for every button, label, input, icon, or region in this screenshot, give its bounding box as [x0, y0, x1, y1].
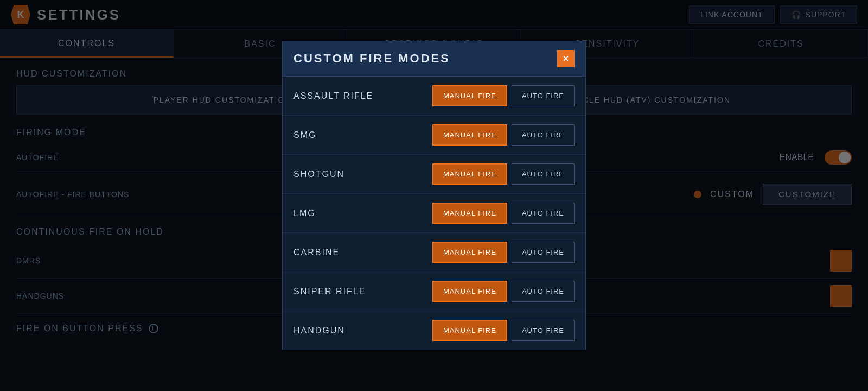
- modal-title: CUSTOM FIRE MODES: [293, 52, 450, 66]
- modal-overlay[interactable]: CUSTOM FIRE MODES × ASSAULT RIFLE MANUAL…: [0, 0, 868, 391]
- weapon-row-carbine: CARBINE MANUAL FIRE AUTO FIRE: [283, 233, 585, 272]
- manual-fire-btn-sniper-rifle[interactable]: MANUAL FIRE: [432, 281, 507, 302]
- weapon-row-shotgun: SHOTGUN MANUAL FIRE AUTO FIRE: [283, 155, 585, 194]
- fire-buttons-carbine: MANUAL FIRE AUTO FIRE: [432, 242, 575, 263]
- weapon-row-lmg: LMG MANUAL FIRE AUTO FIRE: [283, 194, 585, 233]
- custom-fire-modes-modal: CUSTOM FIRE MODES × ASSAULT RIFLE MANUAL…: [282, 41, 586, 350]
- auto-fire-btn-smg[interactable]: AUTO FIRE: [512, 124, 575, 146]
- auto-fire-btn-handgun[interactable]: AUTO FIRE: [512, 320, 575, 341]
- weapon-name-carbine: CARBINE: [293, 248, 432, 257]
- manual-fire-btn-carbine[interactable]: MANUAL FIRE: [432, 242, 507, 263]
- weapon-name-smg: SMG: [293, 130, 432, 140]
- fire-buttons-assault-rifle: MANUAL FIRE AUTO FIRE: [432, 85, 575, 106]
- manual-fire-btn-handgun[interactable]: MANUAL FIRE: [432, 320, 507, 341]
- manual-fire-btn-shotgun[interactable]: MANUAL FIRE: [432, 163, 507, 185]
- modal-header: CUSTOM FIRE MODES ×: [283, 41, 585, 77]
- fire-buttons-sniper-rifle: MANUAL FIRE AUTO FIRE: [432, 281, 575, 302]
- fire-buttons-shotgun: MANUAL FIRE AUTO FIRE: [432, 163, 575, 185]
- weapon-name-sniper-rifle: SNIPER RIFLE: [293, 287, 432, 297]
- auto-fire-btn-lmg[interactable]: AUTO FIRE: [512, 203, 575, 224]
- fire-buttons-smg: MANUAL FIRE AUTO FIRE: [432, 124, 575, 146]
- weapon-name-lmg: LMG: [293, 209, 432, 218]
- weapon-name-assault-rifle: ASSAULT RIFLE: [293, 91, 432, 101]
- manual-fire-btn-assault-rifle[interactable]: MANUAL FIRE: [432, 85, 507, 106]
- fire-buttons-lmg: MANUAL FIRE AUTO FIRE: [432, 203, 575, 224]
- weapon-name-shotgun: SHOTGUN: [293, 169, 432, 179]
- weapon-row-handgun: HANDGUN MANUAL FIRE AUTO FIRE: [283, 311, 585, 350]
- weapon-row-sniper-rifle: SNIPER RIFLE MANUAL FIRE AUTO FIRE: [283, 272, 585, 311]
- weapon-name-handgun: HANDGUN: [293, 326, 432, 336]
- auto-fire-btn-shotgun[interactable]: AUTO FIRE: [512, 163, 575, 185]
- auto-fire-btn-assault-rifle[interactable]: AUTO FIRE: [512, 85, 575, 106]
- weapon-row-smg: SMG MANUAL FIRE AUTO FIRE: [283, 116, 585, 155]
- modal-close-button[interactable]: ×: [557, 50, 575, 67]
- weapon-row-assault-rifle: ASSAULT RIFLE MANUAL FIRE AUTO FIRE: [283, 77, 585, 116]
- manual-fire-btn-smg[interactable]: MANUAL FIRE: [432, 124, 507, 146]
- auto-fire-btn-sniper-rifle[interactable]: AUTO FIRE: [512, 281, 575, 302]
- manual-fire-btn-lmg[interactable]: MANUAL FIRE: [432, 203, 507, 224]
- fire-buttons-handgun: MANUAL FIRE AUTO FIRE: [432, 320, 575, 341]
- auto-fire-btn-carbine[interactable]: AUTO FIRE: [512, 242, 575, 263]
